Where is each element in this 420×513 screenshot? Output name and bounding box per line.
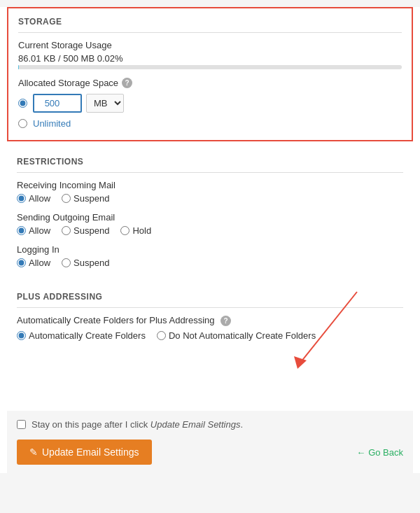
logging-allow-label: Allow [29, 258, 50, 268]
logging-suspend-radio[interactable] [62, 258, 71, 267]
receiving-allow-label: Allow [29, 193, 50, 204]
storage-number-input[interactable] [33, 94, 82, 113]
pencil-icon: ✎ [29, 447, 38, 458]
red-arrow-svg [259, 285, 399, 376]
bottom-area: Stay on this page after I click Update E… [7, 411, 413, 473]
receiving-allow-option[interactable]: Allow [17, 193, 50, 204]
sending-hold-radio[interactable] [120, 226, 130, 235]
sending-options: Allow Suspend Hold [17, 225, 403, 236]
auto-create-label: Automatically Create Folders [29, 330, 146, 341]
plus-help-icon[interactable]: ? [220, 316, 231, 326]
receiving-options: Allow Suspend [17, 193, 403, 204]
logging-allow-option[interactable]: Allow [17, 258, 50, 268]
storage-usage-text: 86.01 KB / 500 MB 0.02% [18, 53, 402, 64]
storage-section: STORAGE Current Storage Usage 86.01 KB /… [7, 7, 413, 141]
svg-line-0 [301, 292, 357, 362]
sending-suspend-label: Suspend [74, 225, 109, 236]
storage-input-group: MB GB KB [33, 94, 124, 113]
storage-title: STORAGE [18, 17, 402, 27]
current-storage-label: Current Storage Usage [18, 40, 402, 50]
sending-allow-option[interactable]: Allow [17, 225, 50, 236]
help-icon[interactable]: ? [122, 78, 132, 88]
storage-radio-row: MB GB KB [18, 94, 402, 113]
stay-checkbox[interactable] [17, 420, 26, 429]
stay-text-italic: Update Email Settings [150, 419, 241, 430]
logging-suspend-option[interactable]: Suspend [62, 258, 109, 268]
receiving-group: Receiving Incoming Mail Allow Suspend [17, 180, 403, 204]
restrictions-section: RESTRICTIONS Receiving Incoming Mail All… [7, 148, 413, 283]
restrictions-title: RESTRICTIONS [17, 157, 403, 167]
sending-label: Sending Outgoing Email [17, 212, 403, 223]
arrow-annotation-container [7, 348, 413, 404]
actions-row: ✎ Update Email Settings ← Go Back [17, 440, 403, 465]
logging-group: Logging In Allow Suspend [17, 244, 403, 268]
stay-on-page: Stay on this page after I click Update E… [17, 419, 403, 430]
go-back-label: Go Back [368, 447, 403, 458]
update-btn-label: Update Email Settings [42, 447, 139, 458]
storage-unit-select[interactable]: MB GB KB [86, 94, 124, 113]
page-container: STORAGE Current Storage Usage 86.01 KB /… [0, 7, 420, 473]
sending-allow-label: Allow [29, 225, 50, 236]
receiving-allow-radio[interactable] [17, 194, 26, 203]
unlimited-label: Unlimited [33, 118, 71, 129]
sending-hold-option[interactable]: Hold [120, 225, 151, 236]
arrow-left-icon: ← [356, 447, 365, 458]
receiving-suspend-label: Suspend [74, 193, 109, 204]
no-auto-create-radio[interactable] [157, 331, 166, 340]
storage-bar [18, 65, 402, 69]
logging-suspend-label: Suspend [74, 258, 109, 268]
logging-options: Allow Suspend [17, 258, 403, 268]
receiving-label: Receiving Incoming Mail [17, 180, 403, 190]
sending-hold-label: Hold [132, 225, 151, 236]
restrictions-divider [17, 172, 403, 173]
receiving-suspend-radio[interactable] [62, 194, 71, 203]
unlimited-radio[interactable] [18, 119, 27, 128]
sending-suspend-option[interactable]: Suspend [62, 225, 109, 236]
sending-suspend-radio[interactable] [62, 226, 71, 235]
receiving-suspend-option[interactable]: Suspend [62, 193, 109, 204]
storage-amount-radio[interactable] [18, 99, 27, 108]
sending-group: Sending Outgoing Email Allow Suspend Hol… [17, 212, 403, 236]
stay-text: Stay on this page after I click Update E… [31, 419, 243, 430]
update-email-settings-button[interactable]: ✎ Update Email Settings [17, 440, 152, 465]
auto-create-option[interactable]: Automatically Create Folders [17, 330, 146, 341]
sending-allow-radio[interactable] [17, 226, 26, 235]
logging-allow-radio[interactable] [17, 258, 26, 267]
unlimited-row: Unlimited [18, 118, 402, 129]
logging-label: Logging In [17, 244, 403, 255]
allocated-label: Allocated Storage Space ? [18, 78, 402, 88]
go-back-link[interactable]: ← Go Back [356, 447, 403, 458]
storage-divider [18, 32, 402, 33]
auto-create-radio[interactable] [17, 331, 26, 340]
